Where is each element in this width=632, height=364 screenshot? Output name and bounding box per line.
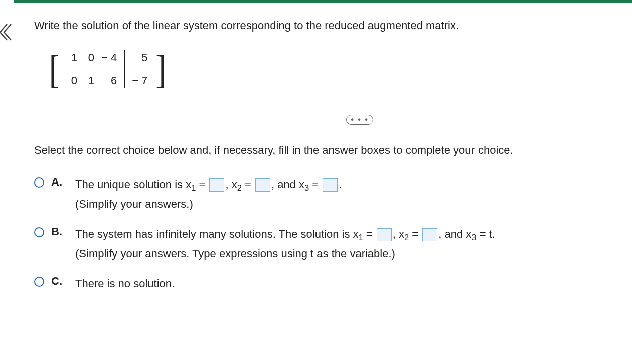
matrix-cell: − 4 bbox=[101, 51, 117, 64]
choice-c: C. There is no solution. bbox=[34, 275, 612, 292]
choice-b: B. The system has infinitely many soluti… bbox=[34, 225, 612, 263]
bracket-right-icon: ] bbox=[155, 49, 166, 89]
choice-c-body: There is no solution. bbox=[75, 275, 612, 292]
matrix-cell: 0 bbox=[67, 74, 77, 87]
instruction-text: Select the correct choice below and, if … bbox=[34, 143, 612, 158]
answer-input-a-x1[interactable] bbox=[209, 178, 224, 192]
bracket-left-icon: [ bbox=[49, 49, 59, 89]
choice-a-hint: (Simplify your answers.) bbox=[75, 195, 612, 213]
radio-a[interactable] bbox=[34, 177, 44, 188]
radio-c[interactable] bbox=[34, 277, 44, 287]
augmented-matrix: [ 1 0 − 4 0 1 6 5 − 7 ] bbox=[49, 49, 166, 90]
answer-input-b-x1[interactable] bbox=[377, 228, 392, 241]
radio-b[interactable] bbox=[34, 227, 44, 237]
matrix-cell: 1 bbox=[84, 74, 94, 87]
choice-b-body: The system has infinitely many solutions… bbox=[75, 225, 612, 263]
prev-arrow-icon[interactable] bbox=[0, 22, 12, 42]
choice-c-label: C. bbox=[51, 275, 65, 288]
matrix-cell: 5 bbox=[132, 51, 147, 64]
matrix-cell: 1 bbox=[67, 51, 77, 64]
choice-b-label: B. bbox=[51, 225, 65, 238]
answer-input-a-x3[interactable] bbox=[323, 178, 338, 192]
question-text: Write the solution of the linear system … bbox=[34, 18, 612, 34]
matrix-cell: 6 bbox=[101, 74, 117, 87]
answer-input-b-x2[interactable] bbox=[422, 228, 437, 241]
answer-input-a-x2[interactable] bbox=[255, 178, 270, 192]
augment-divider bbox=[124, 50, 125, 88]
divider-line bbox=[34, 120, 612, 120]
choice-a: A. The unique solution is x1 = , x2 = , … bbox=[34, 175, 612, 213]
more-options-button[interactable]: • • • bbox=[346, 115, 373, 125]
left-panel bbox=[0, 0, 14, 364]
matrix-cell: − 7 bbox=[132, 74, 147, 87]
matrix-cell: 0 bbox=[84, 51, 94, 64]
choice-a-label: A. bbox=[51, 175, 65, 189]
section-divider: • • • bbox=[34, 115, 612, 125]
choice-b-hint: (Simplify your answers. Type expressions… bbox=[75, 245, 612, 262]
answer-choices: A. The unique solution is x1 = , x2 = , … bbox=[34, 175, 612, 292]
choice-a-body: The unique solution is x1 = , x2 = , and… bbox=[75, 175, 612, 213]
question-content: Write the solution of the linear system … bbox=[34, 3, 632, 292]
